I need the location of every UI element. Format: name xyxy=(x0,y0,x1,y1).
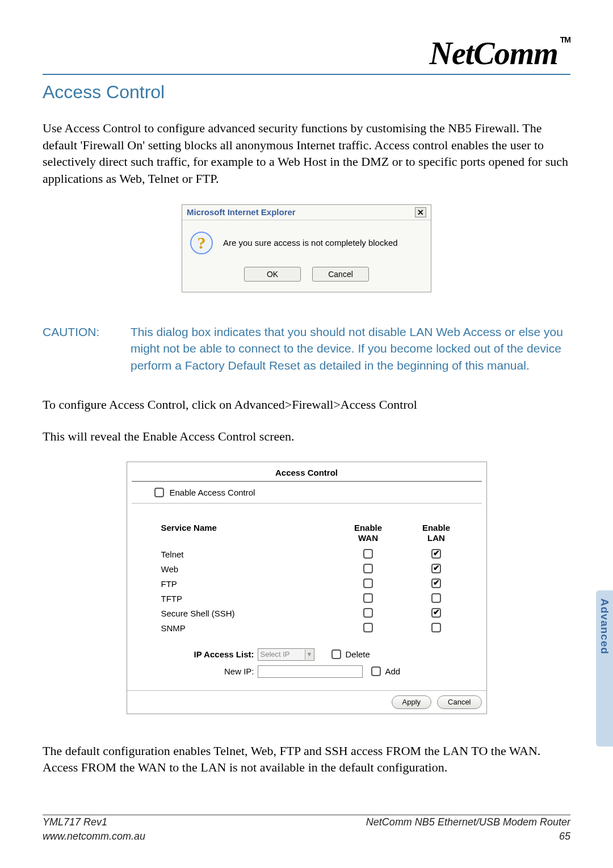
caution-block: CAUTION: This dialog box indicates that … xyxy=(43,324,570,374)
enable-lan-checkbox[interactable] xyxy=(431,593,441,603)
side-tab-advanced: Advanced xyxy=(596,590,613,747)
service-table: Service Name EnableWAN EnableLAN TelnetW… xyxy=(127,509,486,636)
enable-wan-checkbox[interactable] xyxy=(363,549,373,559)
dialog-title: Microsoft Internet Explorer xyxy=(187,207,296,217)
footer-page-number: 65 xyxy=(559,829,570,843)
cancel-button[interactable]: Cancel xyxy=(312,267,369,282)
service-row: SNMP xyxy=(161,621,469,636)
question-icon: ? xyxy=(190,232,213,254)
brand-tm: TM xyxy=(560,35,570,44)
enable-lan-checkbox[interactable] xyxy=(431,578,441,588)
page-footer: YML717 Rev1 NetComm NB5 Ethernet/USB Mod… xyxy=(43,815,570,843)
service-row: TFTP xyxy=(161,592,469,606)
service-name: SNMP xyxy=(161,623,331,633)
col-enable-wan: EnableWAN xyxy=(331,523,405,543)
footer-doc-id: YML717 Rev1 xyxy=(43,815,107,829)
service-name: Secure Shell (SSH) xyxy=(161,609,331,618)
dialog-message: Are you sure access is not completely bl… xyxy=(223,238,398,248)
ip-access-list-select[interactable]: Select IP ▼ xyxy=(258,648,314,661)
footer-url: www.netcomm.com.au xyxy=(43,829,145,843)
col-service-name: Service Name xyxy=(161,523,331,543)
enable-access-control-checkbox[interactable] xyxy=(154,488,164,497)
service-name: Telnet xyxy=(161,550,331,559)
ip-select-placeholder: Select IP xyxy=(261,650,290,659)
col-enable-lan: EnableLAN xyxy=(405,523,468,543)
caution-label: CAUTION: xyxy=(43,324,131,374)
service-row: FTP xyxy=(161,577,469,592)
panel-cancel-button[interactable]: Cancel xyxy=(437,695,481,709)
confirm-dialog: Microsoft Internet Explorer ✕ ? Are you … xyxy=(182,204,431,292)
nav-paragraph: To configure Access Control, click on Ad… xyxy=(43,396,570,413)
apply-button[interactable]: Apply xyxy=(392,695,432,709)
enable-access-control-label: Enable Access Control xyxy=(170,488,255,497)
service-name: FTP xyxy=(161,579,331,589)
footer-product: NetComm NB5 Ethernet/USB Modem Router xyxy=(366,815,570,829)
enable-wan-checkbox[interactable] xyxy=(363,578,373,588)
side-tab-label: Advanced xyxy=(598,598,611,655)
reveal-paragraph: This will reveal the Enable Access Contr… xyxy=(43,428,570,445)
enable-lan-checkbox[interactable] xyxy=(431,549,441,559)
add-ip-checkbox[interactable] xyxy=(371,666,381,676)
service-row: Telnet xyxy=(161,547,469,562)
enable-lan-checkbox[interactable] xyxy=(431,564,441,573)
service-name: TFTP xyxy=(161,594,331,603)
chevron-down-icon: ▼ xyxy=(305,649,314,660)
add-label: Add xyxy=(385,666,401,676)
header-rule xyxy=(43,74,570,75)
enable-lan-checkbox[interactable] xyxy=(431,608,441,618)
delete-ip-checkbox[interactable] xyxy=(331,649,341,659)
brand-name: NetComm xyxy=(429,36,557,71)
enable-wan-checkbox[interactable] xyxy=(363,593,373,603)
new-ip-label: New IP: xyxy=(161,666,258,676)
panel-rule-2 xyxy=(132,503,482,504)
caution-text: This dialog box indicates that you shoul… xyxy=(131,324,570,374)
ip-access-list-label: IP Access List: xyxy=(161,649,258,659)
page-title: Access Control xyxy=(43,82,570,103)
closing-paragraph: The default configuration enables Telnet… xyxy=(43,743,570,776)
panel-title: Access Control xyxy=(127,462,486,481)
ok-button[interactable]: OK xyxy=(244,267,301,282)
intro-paragraph: Use Access Control to configure advanced… xyxy=(43,120,570,187)
enable-wan-checkbox[interactable] xyxy=(363,623,373,632)
access-control-panel: Access Control Enable Access Control Ser… xyxy=(127,462,487,714)
delete-label: Delete xyxy=(346,649,370,659)
enable-lan-checkbox[interactable] xyxy=(431,623,441,632)
service-name: Web xyxy=(161,564,331,574)
new-ip-input[interactable] xyxy=(258,665,363,678)
enable-wan-checkbox[interactable] xyxy=(363,564,373,573)
service-row: Secure Shell (SSH) xyxy=(161,606,469,621)
service-row: Web xyxy=(161,562,469,577)
enable-wan-checkbox[interactable] xyxy=(363,608,373,618)
close-icon[interactable]: ✕ xyxy=(415,207,426,217)
brand-logo: NetCommTM xyxy=(429,35,570,72)
